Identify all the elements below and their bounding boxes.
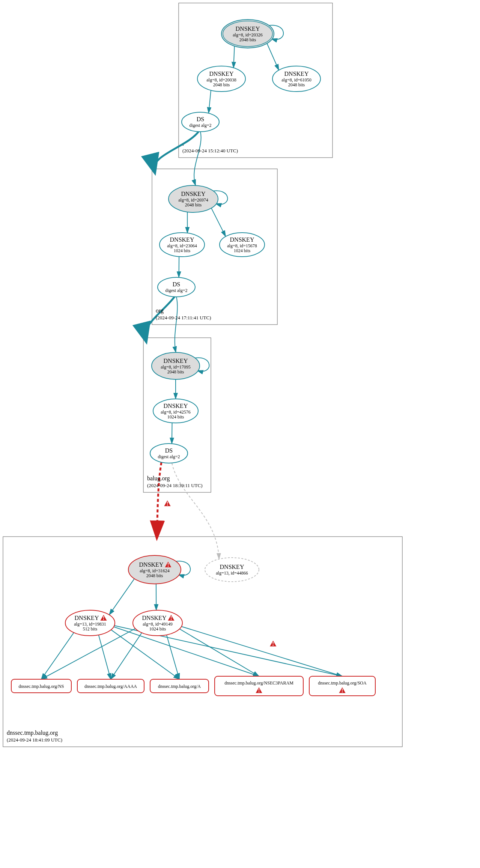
rr-edge (114, 627, 259, 676)
node-line1: alg=8, id=61050 (281, 77, 311, 83)
node-org_zsk1: DNSKEYalg=8, id=230641024 bits (159, 233, 205, 257)
zone-timestamp-root: (2024-09-24 15:12:40 UTC) (182, 148, 238, 153)
node-title: DNSKEY (209, 71, 234, 77)
edge (172, 423, 172, 444)
node-root_zsk2: DNSKEYalg=8, id=610502048 bits (272, 66, 321, 92)
node-line2: 2048 bits (167, 369, 184, 375)
node-title: DNSKEY (220, 564, 244, 570)
node-line1: digest alg=2 (158, 454, 180, 459)
dnssec-diagram: !! DNSKEYalg=8, id=203262048 bitsDNSKEYa… (0, 0, 480, 868)
edge (109, 579, 134, 615)
node-org_ds: DSdigest alg=2 (158, 277, 195, 297)
rr-rr_n3p: dnssec.tmp.balug.org/NSEC3PARAM! (215, 676, 303, 696)
node-line1: digest alg=2 (189, 123, 211, 128)
node-line1: alg=8, id=15678 (227, 243, 257, 248)
rr-label: dnssec.tmp.balug.org/SOA (318, 680, 367, 686)
node-dn_zsk2: DNSKEY!alg=8, id=491491024 bits (133, 610, 182, 636)
node-title: DNSKEY (164, 403, 188, 409)
svg-text:!: ! (258, 688, 260, 693)
svg-text:!: ! (272, 641, 274, 647)
zone-link-thin-ghost (172, 463, 219, 559)
node-line1: alg=8, id=20038 (206, 77, 236, 83)
node-root_ksk: DNSKEYalg=8, id=203262048 bits (221, 20, 274, 48)
node-line2: 1024 bits (234, 248, 251, 253)
node-title: DNSKEY (230, 236, 254, 243)
edge (209, 90, 211, 113)
edge (179, 257, 179, 278)
node-title: DNSKEY (170, 236, 194, 243)
node-title: DNSKEY (164, 358, 188, 364)
node-dn_ksk: DNSKEY!alg=8, id=316242048 bits (128, 555, 181, 584)
node-line2: 2048 bits (185, 202, 202, 208)
node-line2: 1024 bits (149, 626, 166, 632)
node-line1: alg=8, id=20326 (233, 32, 263, 38)
node-title: DS (165, 447, 173, 454)
edge (233, 46, 234, 68)
rr-edge (41, 629, 135, 679)
zone-label-root: . (182, 140, 184, 147)
node-balug_ksk: DNSKEYalg=8, id=170952048 bits (152, 352, 200, 379)
edge (211, 208, 226, 236)
node-line1: digest alg=2 (165, 288, 187, 293)
node-line1: alg=8, id=26974 (178, 197, 208, 203)
zone-link-thick-error (157, 462, 161, 537)
node-line2: 2048 bits (288, 82, 305, 87)
node-title: DS (197, 116, 204, 122)
node-line1: alg=13, id=44866 (216, 570, 248, 576)
node-title: DS (173, 281, 180, 287)
node-line1: alg=8, id=31624 (140, 568, 170, 573)
svg-text:!: ! (342, 688, 343, 693)
rr-rr_aaaa: dnssec.tmp.balug.org/AAAA (77, 679, 144, 693)
zone-label-balug: balug.org (147, 475, 170, 482)
node-line1: alg=8, id=49149 (143, 621, 173, 627)
node-root_zsk1: DNSKEYalg=8, id=200382048 bits (197, 66, 245, 92)
zone-box-dnssec (3, 537, 402, 747)
rr-label: dnssec.tmp.balug.org/AAAA (84, 684, 137, 689)
rr-edge (99, 635, 111, 679)
node-root_ds: DSdigest alg=2 (182, 112, 219, 132)
warning-icon: ! (164, 500, 171, 507)
node-line2: 1024 bits (167, 414, 184, 420)
svg-text:!: ! (103, 615, 105, 621)
rr-edge (41, 633, 74, 679)
node-title: DNSKEY (284, 71, 309, 77)
rr-label: dnssec.tmp.balug.org/A (158, 684, 201, 689)
rr-rr_ns: dnssec.tmp.balug.org/NS (11, 679, 71, 693)
node-org_zsk2: DNSKEYalg=8, id=156781024 bits (220, 233, 265, 257)
zone-link-thin (194, 132, 201, 185)
zone-timestamp-dnssec: (2024-09-24 18:41:09 UTC) (7, 737, 62, 743)
node-line1: alg=13, id=19831 (74, 621, 106, 627)
node-title: DNSKEY (142, 615, 167, 621)
rr-edge (167, 635, 179, 679)
node-title: DNSKEY (236, 26, 260, 32)
svg-text:!: ! (170, 615, 172, 621)
node-org_ksk: DNSKEYalg=8, id=269742048 bits (169, 185, 218, 212)
node-line2: 2048 bits (239, 37, 256, 42)
node-balug_ds: DSdigest alg=2 (150, 444, 188, 463)
zone-timestamp-org: (2024-09-24 17:11:41 UTC) (156, 315, 211, 320)
node-title: DNSKEY (181, 191, 206, 197)
node-title: DNSKEY (139, 561, 164, 568)
rr-edge (181, 626, 342, 676)
svg-text:!: ! (167, 501, 169, 507)
svg-text:!: ! (167, 562, 169, 568)
rr-label: dnssec.tmp.balug.org/NSEC3PARAM (224, 680, 293, 686)
rr-rr_soa: dnssec.tmp.balug.org/SOA! (309, 676, 375, 696)
zone-timestamp-balug: (2024-09-24 18:39:11 UTC) (147, 483, 203, 488)
zone-label-org: org (156, 307, 164, 314)
node-balug_zsk: DNSKEYalg=8, id=425761024 bits (153, 399, 198, 423)
node-line2: 2048 bits (213, 82, 230, 87)
rr-edge (111, 633, 142, 679)
node-dn_zsk1: DNSKEY!alg=13, id=19831512 bits (65, 610, 115, 636)
node-line2: 1024 bits (174, 248, 191, 253)
rr-rr_a: dnssec.tmp.balug.org/A (150, 679, 209, 693)
node-title: DNSKEY (75, 615, 99, 621)
warning-icon: ! (270, 641, 277, 647)
rr-edge (179, 629, 259, 676)
node-line1: alg=8, id=17095 (161, 364, 191, 370)
node-line2: 512 bits (83, 626, 98, 632)
node-line2: 2048 bits (146, 573, 163, 578)
edge (267, 44, 279, 70)
rr-label: dnssec.tmp.balug.org/NS (19, 684, 64, 689)
node-line1: alg=8, id=42576 (161, 409, 191, 415)
